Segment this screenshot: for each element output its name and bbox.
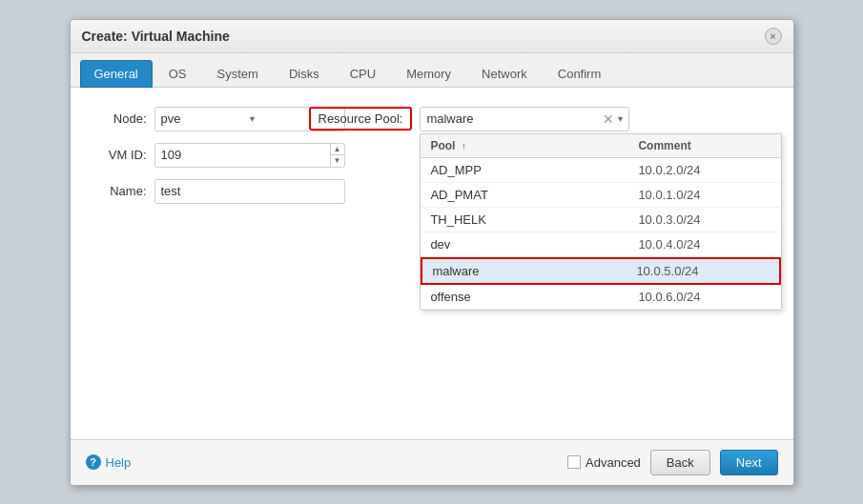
help-button[interactable]: ? Help bbox=[86, 454, 132, 470]
resource-pool-value: malware bbox=[426, 111, 599, 126]
tab-system[interactable]: System bbox=[203, 60, 273, 88]
resource-pool-clear-icon[interactable]: ✕ bbox=[603, 111, 614, 127]
pool-row-ad-pmat[interactable]: AD_PMAT 10.0.1.0/24 bbox=[421, 183, 781, 208]
pool-comment-ad-pmat: 10.0.1.0/24 bbox=[638, 188, 771, 202]
help-icon: ? bbox=[86, 454, 101, 470]
pool-name-th-helk: TH_HELK bbox=[430, 212, 638, 227]
advanced-checkbox[interactable] bbox=[567, 455, 581, 469]
pool-row-dev[interactable]: dev 10.0.4.0/24 bbox=[421, 232, 781, 257]
tab-confirm[interactable]: Confirm bbox=[544, 60, 616, 88]
dialog-body: Node: pve ▾ VM ID: 109 ▲ ▼ Name: test bbox=[71, 88, 793, 439]
pool-row-ad-mpp[interactable]: AD_MPP 10.0.2.0/24 bbox=[421, 158, 781, 183]
vmid-field: 109 ▲ ▼ bbox=[154, 143, 345, 168]
vmid-spinner-up[interactable]: ▲ bbox=[331, 144, 344, 156]
pool-name-ad-mpp: AD_MPP bbox=[430, 163, 638, 177]
footer-right: Advanced Back Next bbox=[567, 450, 777, 475]
resource-pool-row: Resource Pool: malware ✕ ▾ Pool ↑ bbox=[309, 107, 774, 131]
resource-pool-dropdown-arrow-icon[interactable]: ▾ bbox=[618, 113, 623, 124]
pool-row-offense[interactable]: offense 10.0.6.0/24 bbox=[421, 285, 781, 310]
pool-name-offense: offense bbox=[430, 290, 638, 304]
pool-name-malware: malware bbox=[432, 264, 636, 278]
dialog-title: Create: Virtual Machine bbox=[82, 29, 230, 44]
pool-row-malware[interactable]: malware 10.0.5.0/24 bbox=[421, 257, 781, 285]
advanced-wrap: Advanced bbox=[567, 455, 641, 470]
tab-os[interactable]: OS bbox=[154, 60, 201, 88]
pool-name-dev: dev bbox=[430, 237, 638, 252]
pool-comment-th-helk: 10.0.3.0/24 bbox=[638, 212, 771, 227]
node-label: Node: bbox=[90, 111, 147, 126]
pool-comment-dev: 10.0.4.0/24 bbox=[638, 237, 771, 252]
tab-bar: General OS System Disks CPU Memory Netwo… bbox=[71, 53, 793, 88]
pool-comment-ad-mpp: 10.0.2.0/24 bbox=[638, 163, 771, 177]
dialog-header: Create: Virtual Machine × bbox=[71, 20, 793, 53]
tab-cpu[interactable]: CPU bbox=[336, 60, 390, 88]
dropdown-header: Pool ↑ Comment bbox=[421, 134, 781, 158]
pool-row-th-helk[interactable]: TH_HELK 10.0.3.0/24 bbox=[421, 208, 781, 232]
name-input[interactable]: test bbox=[154, 179, 345, 204]
tab-network[interactable]: Network bbox=[467, 60, 542, 88]
pool-comment-malware: 10.0.5.0/24 bbox=[636, 264, 770, 278]
node-value: pve bbox=[161, 111, 250, 126]
resource-pool-section: Resource Pool: malware ✕ ▾ Pool ↑ bbox=[309, 107, 774, 131]
resource-pool-input-wrap: malware ✕ ▾ Pool ↑ Comment bbox=[420, 107, 629, 131]
pool-dropdown: Pool ↑ Comment AD_MPP 10.0.2.0/24 AD_PMA… bbox=[420, 133, 782, 311]
vmid-spinner-down[interactable]: ▼ bbox=[331, 155, 344, 167]
next-button[interactable]: Next bbox=[720, 450, 778, 475]
vmid-label: VM ID: bbox=[90, 148, 147, 162]
help-label: Help bbox=[106, 455, 132, 470]
vmid-spinners: ▲ ▼ bbox=[330, 144, 344, 167]
resource-pool-select[interactable]: malware ✕ ▾ bbox=[420, 107, 629, 131]
close-button[interactable]: × bbox=[765, 28, 782, 45]
back-button[interactable]: Back bbox=[650, 450, 710, 475]
name-label: Name: bbox=[90, 184, 147, 198]
footer-left: ? Help bbox=[86, 454, 132, 470]
create-vm-dialog: Create: Virtual Machine × General OS Sys… bbox=[70, 19, 794, 486]
pool-comment-offense: 10.0.6.0/24 bbox=[638, 290, 771, 304]
resource-pool-label: Resource Pool: bbox=[309, 107, 413, 131]
tab-memory[interactable]: Memory bbox=[392, 60, 465, 88]
col-pool-header: Pool ↑ bbox=[430, 139, 638, 152]
dialog-footer: ? Help Advanced Back Next bbox=[71, 439, 793, 485]
vmid-input[interactable]: 109 bbox=[155, 144, 330, 166]
advanced-label: Advanced bbox=[586, 455, 641, 470]
tab-disks[interactable]: Disks bbox=[275, 60, 334, 88]
col-comment-header: Comment bbox=[638, 139, 771, 152]
pool-name-ad-pmat: AD_PMAT bbox=[430, 188, 638, 202]
sort-arrow-icon: ↑ bbox=[462, 141, 466, 151]
tab-general[interactable]: General bbox=[80, 60, 153, 88]
